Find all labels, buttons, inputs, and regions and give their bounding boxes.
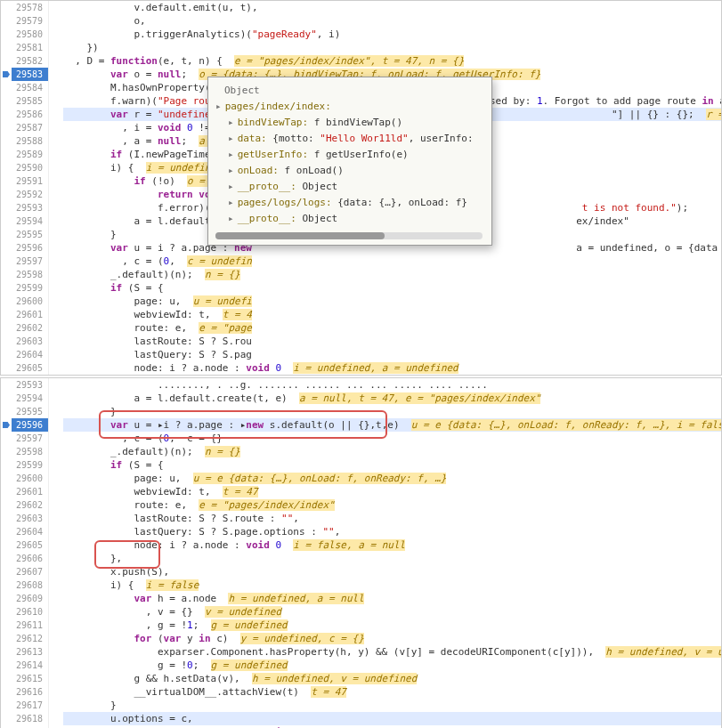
line-number: 29601: [12, 485, 49, 498]
code-content[interactable]: v.default.emit(u, t),: [63, 1, 721, 14]
code-content[interactable]: u.options = c,: [63, 712, 721, 725]
popup-property-row[interactable]: __proto__: Object: [215, 179, 483, 195]
code-content[interactable]: p.triggerAnalytics)("pageReady", i): [63, 28, 721, 41]
line-number: 29615: [12, 672, 49, 685]
code-content[interactable]: , c = (0, c = {}: [63, 432, 721, 445]
code-content[interactable]: route: e, e = "page: [63, 321, 721, 335]
code-content[interactable]: ........, . ..g. ....... ...... ... ... …: [63, 378, 721, 392]
code-pane-1[interactable]: 29578 v.default.emit(u, t),29579 o,29580…: [0, 0, 722, 376]
code-line[interactable]: 29578 v.default.emit(u, t),: [1, 1, 721, 14]
code-line[interactable]: 29598 _.default)(n); n = {}: [1, 268, 721, 281]
line-number: 29597: [12, 432, 49, 445]
code-content[interactable]: a = l.default.create(t, e) a = null, t =…: [63, 392, 721, 405]
code-line[interactable]: 29599 if (S = {: [1, 458, 721, 472]
code-content[interactable]: var h = a.node h = undefined, a = null: [63, 592, 721, 605]
code-content[interactable]: page: u, u = e {data: {…}, onLoad: f, on…: [63, 472, 721, 485]
code-content[interactable]: _.default)(n); n = {}: [63, 268, 721, 281]
code-line[interactable]: 29600 page: u, u = e {data: {…}, onLoad:…: [1, 472, 721, 485]
code-line[interactable]: 29603 lastRoute: S ? S.route : "",: [1, 512, 721, 525]
code-content[interactable]: node: i ? a.node : void 0 i = false, a =…: [63, 538, 721, 552]
object-inspector-popup[interactable]: Object pages/index/index:bindViewTap: f …: [207, 77, 492, 246]
code-line[interactable]: 29602 route: e, e = "pages/index/index": [1, 498, 721, 512]
code-content[interactable]: }): [63, 41, 721, 54]
popup-property-row[interactable]: pages/logs/logs: {data: {…}, onLoad: f}: [215, 195, 483, 211]
code-line[interactable]: 29579 o,: [1, 14, 721, 28]
code-line[interactable]: 29597 , c = (0, c = undefin: [1, 255, 721, 268]
code-line[interactable]: 29594 a = l.default.create(t, e) a = nul…: [1, 392, 721, 405]
code-line[interactable]: 29615 g && h.setData(v), h = undefined, …: [1, 672, 721, 685]
code-content[interactable]: if (S = {: [63, 458, 721, 472]
code-content[interactable]: lastRoute: S ? S.route : "",: [63, 512, 721, 525]
line-number: 29605: [12, 361, 49, 375]
line-number: 29605: [12, 538, 49, 552]
code-pane-2[interactable]: 29593 ........, . ..g. ....... ...... ..…: [0, 377, 722, 728]
code-line[interactable]: 29604 lastQuery: S ? S.page.options : ""…: [1, 525, 721, 538]
code-line[interactable]: 29608 i) { i = false: [1, 578, 721, 592]
code-content[interactable]: webviewId: t, t = 47: [63, 485, 721, 498]
popup-property-row[interactable]: data: {motto: "Hello Wor11ld", userInfo:: [215, 131, 483, 147]
code-content[interactable]: , D = function(e, t, n) { e = "pages/ind…: [63, 54, 721, 68]
code-line[interactable]: 29616 __virtualDOM__.attachView(t) t = 4…: [1, 685, 721, 699]
code-content[interactable]: }: [63, 699, 721, 712]
code-content[interactable]: _.default)(n); n = {}: [63, 445, 721, 458]
code-line[interactable]: 29581 }): [1, 41, 721, 54]
code-line[interactable]: 29609 var h = a.node h = undefined, a = …: [1, 592, 721, 605]
code-content[interactable]: }: [63, 405, 721, 418]
code-line[interactable]: 29580 p.triggerAnalytics)("pageReady", i…: [1, 28, 721, 41]
code-content[interactable]: g = !0; g = undefined: [63, 659, 721, 672]
code-content[interactable]: route: e, e = "pages/index/index": [63, 498, 721, 512]
code-line[interactable]: 29593 ........, . ..g. ....... ...... ..…: [1, 378, 721, 392]
code-line[interactable]: 29607 x.push(S),: [1, 565, 721, 578]
popup-property-row[interactable]: __proto__: Object: [215, 211, 483, 227]
code-line[interactable]: 29600 page: u, u = undefi: [1, 295, 721, 308]
code-content[interactable]: node: i ? a.node : void 0 i = undefined,…: [63, 361, 721, 375]
code-content[interactable]: , g = !1; g = undefined: [63, 619, 721, 632]
code-content[interactable]: if (S = {: [63, 281, 721, 295]
popup-property-row[interactable]: getUserInfo: f getUserInfo(e): [215, 147, 483, 163]
code-line[interactable]: 29602 route: e, e = "page: [1, 321, 721, 335]
code-line[interactable]: 29599 if (S = {: [1, 281, 721, 295]
code-line[interactable]: 29613 exparser.Component.hasProperty(h, …: [1, 645, 721, 659]
line-number: 29596: [12, 418, 49, 432]
code-line[interactable]: 29601 webviewId: t, t = 4: [1, 308, 721, 321]
code-line[interactable]: 29582 , D = function(e, t, n) { e = "pag…: [1, 54, 721, 68]
code-content[interactable]: webviewId: t, t = 4: [63, 308, 721, 321]
code-line[interactable]: 29604 lastQuery: S ? S.pag: [1, 348, 721, 361]
popup-property-row[interactable]: onLoad: f onLoad(): [215, 163, 483, 179]
code-content[interactable]: x.push(S),: [63, 565, 721, 578]
code-line[interactable]: 29618 u.options = c,: [1, 712, 721, 725]
code-content[interactable]: , v = {} v = undefined: [63, 605, 721, 619]
code-line[interactable]: 29617 }: [1, 699, 721, 712]
code-content[interactable]: , c = (0, c = undefin: [63, 255, 721, 268]
popup-property-row[interactable]: pages/index/index:: [215, 99, 483, 115]
popup-property-row[interactable]: bindViewTap: f bindViewTap(): [215, 115, 483, 131]
code-line[interactable]: 29612 for (var y in c) y = undefined, c …: [1, 632, 721, 645]
code-line[interactable]: 29614 g = !0; g = undefined: [1, 659, 721, 672]
line-number: 29592: [12, 188, 49, 201]
code-line[interactable]: 29595 }: [1, 405, 721, 418]
code-content[interactable]: lastRoute: S ? S.rou: [63, 335, 721, 348]
code-content[interactable]: for (var y in c) y = undefined, c = {}: [63, 632, 721, 645]
line-number: 29584: [12, 81, 49, 94]
popup-scrollbar[interactable]: [215, 232, 483, 239]
code-content[interactable]: },: [63, 552, 721, 565]
code-line[interactable]: 29611 , g = !1; g = undefined: [1, 619, 721, 632]
code-line[interactable]: 29606 },: [1, 552, 721, 565]
code-line[interactable]: 29597 , c = (0, c = {}: [1, 432, 721, 445]
code-line[interactable]: 29596 var u = ▸i ? a.page : ▸new s.defau…: [1, 418, 721, 432]
code-line[interactable]: 29603 lastRoute: S ? S.rou: [1, 335, 721, 348]
code-line[interactable]: 29605 node: i ? a.node : void 0 i = unde…: [1, 361, 721, 375]
code-content[interactable]: g && h.setData(v), h = undefined, v = un…: [63, 672, 721, 685]
code-line[interactable]: 29610 , v = {} v = undefined: [1, 605, 721, 619]
code-line[interactable]: 29601 webviewId: t, t = 47: [1, 485, 721, 498]
code-line[interactable]: 29605 node: i ? a.node : void 0 i = fals…: [1, 538, 721, 552]
code-content[interactable]: page: u, u = undefi: [63, 295, 721, 308]
code-line[interactable]: 29598 _.default)(n); n = {}: [1, 445, 721, 458]
code-content[interactable]: o,: [63, 14, 721, 28]
code-content[interactable]: lastQuery: S ? S.pag: [63, 348, 721, 361]
code-content[interactable]: exparser.Component.hasProperty(h, y) && …: [63, 645, 721, 659]
code-content[interactable]: var u = ▸i ? a.page : ▸new s.default(o |…: [63, 418, 721, 432]
code-content[interactable]: i) { i = false: [63, 578, 721, 592]
code-content[interactable]: lastQuery: S ? S.page.options : "",: [63, 525, 721, 538]
code-content[interactable]: __virtualDOM__.attachView(t) t = 47: [63, 685, 721, 699]
